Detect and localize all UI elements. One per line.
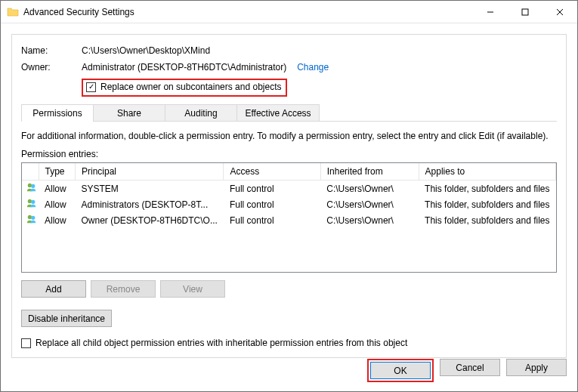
tab-strip: Permissions Share Auditing Effective Acc… (21, 104, 557, 122)
maximize-button[interactable] (508, 1, 542, 23)
tab-permissions[interactable]: Permissions (21, 104, 94, 122)
cell-type: Allow (39, 181, 75, 197)
tab-share[interactable]: Share (93, 104, 165, 122)
cell-principal: Owner (DESKTOP-8TH6DTC\O... (75, 212, 223, 228)
cell-access: Full control (224, 181, 320, 197)
col-icon[interactable] (22, 163, 39, 181)
owner-label: Owner: (21, 62, 82, 73)
cell-principal: Administrators (DESKTOP-8T... (75, 196, 223, 212)
svg-point-7 (31, 200, 35, 204)
change-owner-link[interactable]: Change (297, 62, 329, 73)
view-button: View (160, 280, 225, 298)
col-applies[interactable]: Applies to (419, 163, 555, 181)
apply-button[interactable]: Apply (506, 359, 567, 376)
cell-access: Full control (224, 212, 320, 228)
cell-inherited: C:\Users\Owner\ (320, 196, 419, 212)
window-title: Advanced Security Settings (23, 7, 473, 17)
main-panel: Name: C:\Users\Owner\Desktop\XMind Owner… (11, 34, 567, 358)
principal-icon (22, 212, 39, 228)
ok-button[interactable]: OK (370, 362, 431, 379)
replace-owner-checkbox[interactable]: ✓ (86, 82, 96, 92)
cell-applies: This folder, subfolders and files (419, 212, 555, 228)
replace-owner-highlight: ✓ Replace owner on subcontainers and obj… (82, 79, 287, 97)
svg-rect-1 (522, 9, 528, 15)
col-principal[interactable]: Principal (75, 163, 223, 181)
table-row[interactable]: AllowOwner (DESKTOP-8TH6DTC\O...Full con… (22, 212, 556, 228)
add-button[interactable]: Add (21, 280, 86, 298)
cell-applies: This folder, subfolders and files (419, 196, 555, 212)
tab-effective-access[interactable]: Effective Access (236, 104, 320, 122)
replace-child-checkbox[interactable] (21, 338, 31, 348)
svg-point-6 (28, 199, 32, 203)
cell-inherited: C:\Users\Owner\ (320, 212, 419, 228)
remove-button: Remove (91, 280, 156, 298)
name-label: Name: (21, 45, 82, 56)
tab-auditing[interactable]: Auditing (165, 104, 237, 122)
cell-principal: SYSTEM (75, 181, 223, 197)
col-type[interactable]: Type (39, 163, 75, 181)
col-inherited[interactable]: Inherited from (320, 163, 419, 181)
titlebar: Advanced Security Settings (1, 1, 577, 23)
permission-table[interactable]: Type Principal Access Inherited from App… (21, 162, 557, 273)
cell-inherited: C:\Users\Owner\ (320, 181, 419, 197)
svg-point-9 (31, 216, 35, 220)
svg-point-8 (28, 215, 32, 219)
disable-inheritance-button[interactable]: Disable inheritance (21, 310, 112, 327)
table-row[interactable]: AllowSYSTEMFull controlC:\Users\Owner\Th… (22, 181, 556, 197)
cell-applies: This folder, subfolders and files (419, 181, 555, 197)
dialog-buttons: OK Cancel Apply (367, 359, 567, 382)
cell-access: Full control (224, 196, 320, 212)
replace-owner-label: Replace owner on subcontainers and objec… (100, 82, 281, 92)
replace-child-label: Replace all child object permission entr… (36, 338, 407, 348)
name-value: C:\Users\Owner\Desktop\XMind (82, 45, 210, 56)
svg-point-5 (31, 184, 35, 188)
cancel-button[interactable]: Cancel (440, 359, 500, 376)
minimize-button[interactable] (473, 1, 508, 23)
cell-type: Allow (39, 212, 75, 228)
folder-icon (7, 6, 19, 18)
principal-icon (22, 196, 39, 212)
col-access[interactable]: Access (224, 163, 320, 181)
svg-point-4 (28, 184, 32, 187)
entries-label: Permission entries: (21, 149, 557, 159)
principal-icon (22, 181, 39, 197)
ok-highlight: OK (367, 359, 434, 382)
cell-type: Allow (39, 196, 75, 212)
info-text: For additional information, double-click… (21, 131, 557, 141)
owner-value: Administrator (DESKTOP-8TH6DTC\Administr… (82, 62, 286, 73)
close-button[interactable] (542, 1, 577, 23)
table-row[interactable]: AllowAdministrators (DESKTOP-8T...Full c… (22, 196, 556, 212)
